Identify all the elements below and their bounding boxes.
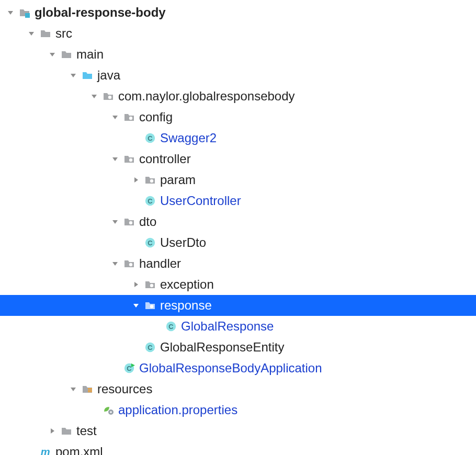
module-folder-icon bbox=[19, 7, 30, 18]
svg-point-39 bbox=[110, 411, 112, 413]
tree-row[interactable]: global-response-body bbox=[0, 2, 476, 23]
resources-folder-icon bbox=[82, 383, 93, 395]
tree-item-label: dto bbox=[139, 214, 156, 229]
svg-marker-23 bbox=[134, 282, 138, 287]
package-icon bbox=[144, 300, 156, 311]
folder-icon bbox=[61, 425, 72, 437]
chevron-down-icon[interactable] bbox=[26, 28, 37, 39]
chevron-down-icon[interactable] bbox=[131, 300, 141, 311]
tree-item-label: resources bbox=[97, 382, 152, 396]
svg-marker-25 bbox=[133, 304, 139, 308]
chevron-down-icon[interactable] bbox=[47, 49, 58, 60]
tree-row[interactable]: resources bbox=[0, 379, 476, 400]
tree-row[interactable]: config bbox=[0, 107, 476, 128]
chevron-right-icon[interactable] bbox=[131, 175, 141, 185]
svg-marker-13 bbox=[134, 177, 138, 183]
tree-row[interactable]: CUserController bbox=[0, 190, 476, 211]
chevron-down-icon[interactable] bbox=[68, 70, 78, 81]
folder-icon bbox=[40, 28, 51, 39]
java-runnable-class-icon: C bbox=[123, 362, 135, 374]
tree-item-label: application.properties bbox=[118, 403, 237, 417]
svg-marker-2 bbox=[29, 32, 34, 36]
package-icon bbox=[123, 111, 135, 123]
project-tree: global-response-bodysrcmainjavacom.naylo… bbox=[0, 0, 476, 455]
tree-row[interactable]: com.naylor.globalresponsebody bbox=[0, 86, 476, 107]
tree-row[interactable]: mpom.xml bbox=[0, 441, 476, 455]
tree-row[interactable]: src bbox=[0, 23, 476, 44]
folder-icon bbox=[61, 49, 72, 60]
tree-row[interactable]: CGlobalResponseBodyApplication bbox=[0, 358, 476, 379]
chevron-down-icon[interactable] bbox=[110, 112, 120, 122]
svg-marker-40 bbox=[51, 428, 54, 434]
tree-item-label: handler bbox=[139, 256, 181, 271]
tree-row[interactable]: CGlobalResponseEntity bbox=[0, 337, 476, 358]
tree-row[interactable]: main bbox=[0, 44, 476, 65]
tree-row[interactable]: application.properties bbox=[0, 400, 476, 420]
svg-point-14 bbox=[150, 179, 153, 183]
svg-marker-34 bbox=[71, 388, 76, 391]
tree-row[interactable]: handler bbox=[0, 253, 476, 274]
chevron-down-icon[interactable] bbox=[110, 217, 120, 227]
svg-rect-36 bbox=[88, 390, 92, 391]
source-folder-icon bbox=[82, 70, 93, 81]
svg-text:C: C bbox=[148, 197, 152, 205]
svg-text:C: C bbox=[127, 365, 131, 372]
tree-item-label: GlobalResponseEntity bbox=[160, 340, 284, 355]
svg-point-18 bbox=[129, 221, 132, 224]
maven-file-icon: m bbox=[40, 446, 51, 455]
svg-text:m: m bbox=[41, 446, 50, 455]
package-icon bbox=[123, 216, 135, 228]
tree-row[interactable]: java bbox=[0, 65, 476, 86]
java-class-icon: C bbox=[144, 237, 156, 248]
java-class-icon: C bbox=[144, 132, 156, 144]
package-icon bbox=[144, 279, 156, 290]
tree-item-label: UserDto bbox=[160, 235, 206, 250]
svg-text:C: C bbox=[148, 344, 152, 351]
java-class-icon: C bbox=[144, 195, 156, 207]
tree-item-label: test bbox=[76, 424, 97, 438]
tree-row[interactable]: exception bbox=[0, 274, 476, 295]
tree-row[interactable]: CSwagger2 bbox=[0, 128, 476, 149]
tree-row[interactable]: CUserDto bbox=[0, 232, 476, 253]
tree-item-label: com.naylor.globalresponsebody bbox=[118, 89, 295, 104]
tree-row[interactable]: controller bbox=[0, 149, 476, 169]
svg-point-8 bbox=[129, 117, 132, 120]
package-icon bbox=[144, 174, 156, 186]
svg-marker-0 bbox=[8, 11, 13, 15]
tree-item-label: response bbox=[160, 298, 212, 313]
chevron-down-icon[interactable] bbox=[110, 258, 120, 269]
tree-item-label: Swagger2 bbox=[160, 131, 217, 145]
svg-marker-7 bbox=[112, 116, 118, 119]
chevron-right-icon[interactable] bbox=[131, 279, 141, 290]
tree-row[interactable]: response bbox=[0, 295, 476, 316]
package-icon bbox=[123, 258, 135, 269]
tree-item-label: java bbox=[97, 68, 120, 83]
tree-row[interactable]: dto bbox=[0, 211, 476, 232]
java-class-icon: C bbox=[165, 321, 177, 332]
chevron-down-icon[interactable] bbox=[89, 91, 99, 101]
svg-point-6 bbox=[108, 96, 111, 99]
svg-marker-11 bbox=[112, 157, 118, 161]
tree-row[interactable]: CGlobalResponse bbox=[0, 316, 476, 337]
tree-row[interactable]: test bbox=[0, 420, 476, 441]
chevron-down-icon[interactable] bbox=[68, 384, 78, 394]
svg-point-24 bbox=[150, 284, 153, 287]
tree-item-label: exception bbox=[160, 277, 214, 292]
svg-text:C: C bbox=[148, 134, 152, 142]
chevron-down-icon[interactable] bbox=[5, 7, 16, 18]
svg-marker-5 bbox=[92, 95, 97, 98]
chevron-right-icon[interactable] bbox=[47, 426, 58, 436]
tree-row[interactable]: param bbox=[0, 169, 476, 190]
svg-rect-1 bbox=[25, 13, 30, 18]
tree-item-label: GlobalResponse bbox=[181, 319, 274, 334]
package-icon bbox=[123, 153, 135, 165]
tree-item-label: config bbox=[139, 110, 173, 124]
svg-text:C: C bbox=[168, 323, 173, 331]
java-class-icon: C bbox=[144, 342, 156, 353]
svg-marker-21 bbox=[112, 262, 118, 266]
svg-marker-17 bbox=[112, 220, 118, 224]
svg-marker-4 bbox=[71, 74, 76, 77]
svg-rect-35 bbox=[88, 388, 92, 389]
chevron-down-icon[interactable] bbox=[110, 154, 120, 164]
tree-item-label: UserController bbox=[160, 194, 241, 208]
